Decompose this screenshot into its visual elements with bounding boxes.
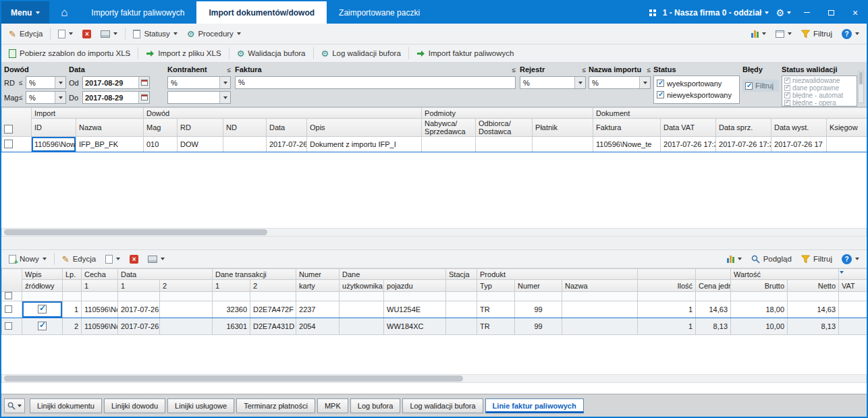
tab-log-walidacji-bufora[interactable]: Log walidacji bufora <box>402 398 483 413</box>
col-cena-jedn[interactable]: Cena jedn. <box>696 280 731 292</box>
col-nabywca[interactable]: Nabywca/ Sprzedawca <box>422 119 476 137</box>
cell-nabywca[interactable] <box>422 137 476 152</box>
filter-kontrahent-combo2[interactable] <box>167 91 231 104</box>
cell-data-1[interactable]: 2017-07-26 <box>118 318 160 335</box>
group-import[interactable]: Import <box>32 108 144 119</box>
group-podmioty[interactable]: Podmioty <box>422 108 593 119</box>
chevron-down-icon[interactable] <box>219 92 230 103</box>
checkbox[interactable] <box>657 91 664 98</box>
copy-button[interactable] <box>101 253 124 266</box>
table-row[interactable]: 110596\Now IFP_BP_FK 010 DOW 2017-07-26 … <box>2 137 867 152</box>
cell-data-2[interactable] <box>160 318 213 335</box>
cell-id[interactable]: 110596\Now <box>32 137 76 152</box>
tab-linijki-dokumentu[interactable]: Linijki dokumentu <box>30 398 102 413</box>
cell-stacja[interactable] <box>446 301 477 318</box>
splitter[interactable] <box>1 237 867 249</box>
cell-numer[interactable]: 99 <box>515 301 562 318</box>
group-wartosc[interactable]: Wartość <box>731 269 839 280</box>
col-typ[interactable]: Typ <box>477 280 515 292</box>
tab-log-bufora[interactable]: Log bufora <box>350 398 401 413</box>
home-button[interactable]: ⌂ <box>49 1 79 24</box>
help-button[interactable]: ? <box>838 252 863 266</box>
le-operator[interactable]: ≤ <box>19 79 26 86</box>
checkbox[interactable] <box>657 80 664 87</box>
cell-netto[interactable]: 14,63 <box>788 301 839 318</box>
col-brutto[interactable]: Brutto <box>731 280 788 292</box>
cell-vat[interactable] <box>839 318 867 335</box>
group-cecha[interactable]: Cecha <box>82 269 118 280</box>
col-pojazdu[interactable]: pojazdu <box>384 280 446 292</box>
chevron-down-icon[interactable] <box>219 77 230 88</box>
tab-terminarz-platnosci[interactable]: Terminarz płatności <box>236 398 315 413</box>
maximize-button[interactable] <box>822 1 840 24</box>
cell-faktura[interactable]: 110596\Nowe_te <box>593 137 661 152</box>
cell-typ[interactable]: TR <box>477 318 515 335</box>
col-karty[interactable]: karty <box>296 280 340 292</box>
panel-collapse-button[interactable] <box>837 268 846 276</box>
col-data-vat[interactable]: Data VAT <box>661 119 716 137</box>
date-to-field[interactable]: 2017-08-29 <box>82 91 150 104</box>
cell-pojazdu[interactable]: WW184XC <box>384 318 446 335</box>
group-numer[interactable]: Numer <box>296 269 340 280</box>
cell-opis[interactable]: Dokument z importu IFP_I <box>307 137 422 152</box>
col-trans-2[interactable]: 2 <box>250 280 296 292</box>
view-settings-button[interactable] <box>771 28 796 40</box>
checkbox[interactable] <box>784 78 790 84</box>
filtruj-button[interactable]: Filtruj <box>797 28 836 40</box>
row-checkbox[interactable] <box>5 322 12 330</box>
cell-data-sprz[interactable]: 2017-07-26 17:3 <box>716 137 771 152</box>
cell-typ[interactable]: TR <box>477 301 515 318</box>
chevron-down-icon[interactable] <box>574 77 585 88</box>
delete-button[interactable] <box>78 28 95 40</box>
tab-importy-faktur-paliwowych[interactable]: Importy faktur paliwowych <box>79 1 196 24</box>
col-ilosc[interactable]: Ilość <box>638 280 696 292</box>
cell-brutto[interactable]: 18,00 <box>731 301 788 318</box>
col-nazwa[interactable]: Nazwa <box>76 119 144 137</box>
log-walidacji-button[interactable]: ⚙ Log walidacji bufora <box>317 47 405 60</box>
cell-cecha[interactable]: 110596\No <box>82 318 118 335</box>
import-xls-button[interactable]: Import z pliku XLS <box>142 47 225 59</box>
cell-select[interactable] <box>2 137 32 152</box>
checkbox[interactable] <box>784 100 790 106</box>
cell-platnik[interactable] <box>533 137 593 152</box>
edycja-button[interactable]: ✎ Edycja <box>58 253 100 266</box>
group-dokument[interactable]: Dokument <box>593 108 867 119</box>
filter-rejestr-combo[interactable]: % <box>520 76 586 89</box>
col-data[interactable]: Data <box>267 119 307 137</box>
tab-linijki-uslugowe[interactable]: Linijki usługowe <box>167 398 234 413</box>
le-operator[interactable]: ≤ <box>512 66 516 73</box>
cell-zrodlowy[interactable] <box>22 318 63 335</box>
cell-data-vat[interactable]: 2017-07-26 17:3 <box>661 137 716 152</box>
calendar-button[interactable] <box>138 92 149 103</box>
cell-karty[interactable]: 2237 <box>296 301 340 318</box>
chart-button[interactable] <box>723 253 746 265</box>
copy-button[interactable] <box>54 28 77 40</box>
nowy-button[interactable]: Nowy <box>5 253 51 266</box>
chevron-down-icon[interactable] <box>55 77 65 88</box>
col-data-2[interactable]: 2 <box>160 280 213 292</box>
group-stacja[interactable]: Stacja <box>446 269 477 280</box>
cell-select[interactable] <box>2 301 22 318</box>
walidacja-bufora-button[interactable]: ⚙ Walidacja bufora <box>233 47 310 60</box>
cell-select[interactable] <box>2 292 22 301</box>
tab-linie-faktur-paliwowych[interactable]: Linie faktur paliwowych <box>485 398 584 413</box>
filter-nazwa-importu-combo[interactable]: % <box>589 76 651 89</box>
cell-rd[interactable]: DOW <box>178 137 223 152</box>
status-option-wyeksportowany[interactable]: wyeksportowany <box>657 78 736 89</box>
checkbox[interactable] <box>784 92 790 98</box>
print-button[interactable] <box>144 253 169 265</box>
le-operator[interactable]: ≤ <box>227 66 232 73</box>
status-option-niewyeksportowany[interactable]: niewyeksportowany <box>657 89 736 100</box>
pobierz-szablon-button[interactable]: Pobierz szablon do importu XLS <box>5 47 134 60</box>
col-opis[interactable]: Opis <box>307 119 422 137</box>
cell-trans-1[interactable]: 16301 <box>213 318 250 335</box>
group-produkt[interactable]: Produkt <box>477 269 638 280</box>
statusy-button[interactable]: Statusy <box>129 28 181 40</box>
cell-stacja[interactable] <box>446 318 477 335</box>
close-button[interactable]: × <box>846 1 864 24</box>
cell-ilosc[interactable]: 1 <box>638 301 696 318</box>
date-from-field[interactable]: 2017-08-29 <box>82 76 150 89</box>
chevron-down-icon[interactable] <box>639 77 650 88</box>
zrodlowy-checkbox[interactable] <box>38 305 47 314</box>
col-id[interactable]: ID <box>32 119 76 137</box>
